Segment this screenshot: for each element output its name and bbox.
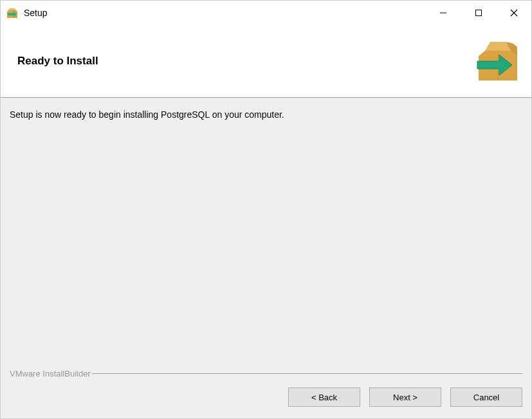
wizard-content: Setup is now ready to begin installing P… [1,98,531,362]
footer-brand: VMware InstallBuilder [10,369,92,378]
wizard-footer: VMware InstallBuilder < Back Next > Canc… [1,362,531,418]
ready-message: Setup is now ready to begin installing P… [10,109,522,120]
wizard-header: Ready to Install [1,25,531,98]
svg-rect-1 [475,10,481,16]
divider-line [92,373,522,374]
titlebar: Setup [1,1,531,25]
next-button[interactable]: Next > [369,387,441,407]
close-button[interactable] [496,1,531,25]
window-title: Setup [24,8,425,18]
minimize-button[interactable] [425,1,461,25]
maximize-button[interactable] [461,1,496,25]
window-controls [425,1,531,25]
cancel-button[interactable]: Cancel [450,387,522,407]
footer-divider: VMware InstallBuilder [10,369,522,378]
page-title: Ready to Install [17,55,98,68]
back-button[interactable]: < Back [288,387,360,407]
app-icon [6,6,19,19]
wizard-box-arrow-icon [472,38,524,84]
button-row: < Back Next > Cancel [10,387,522,407]
